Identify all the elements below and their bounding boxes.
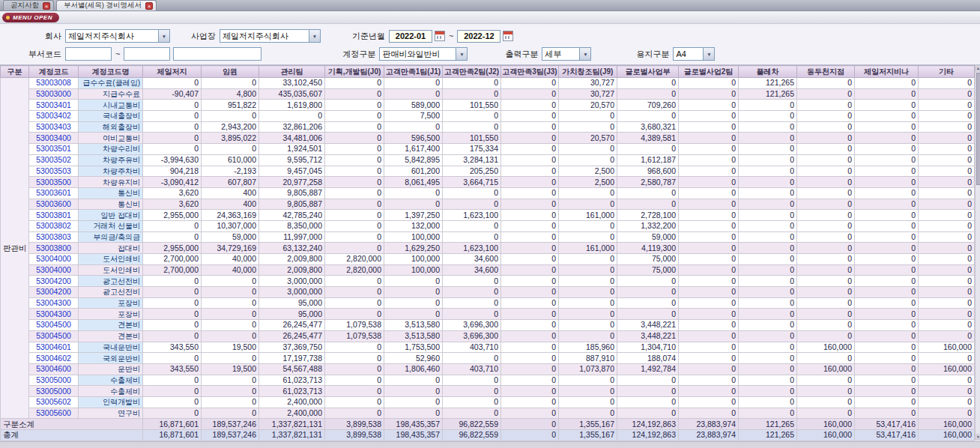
column-header[interactable]: 임원: [202, 66, 259, 78]
column-header[interactable]: 제일저지비나: [855, 66, 919, 78]
table-row[interactable]: 53003403해외출장비02,943,20032,861,206000003,…: [1, 121, 975, 133]
amount-cell: 0: [501, 264, 559, 276]
close-icon[interactable]: ×: [43, 2, 50, 10]
dept-code-from-input[interactable]: [65, 47, 112, 61]
table-row[interactable]: 53004300포장비0095,00000000000000: [1, 297, 975, 309]
table-row[interactable]: 53003503차량주차비904,218-2,1939,457,0450601,…: [1, 166, 975, 177]
chevron-down-icon[interactable]: ▼: [456, 48, 467, 60]
table-row[interactable]: 53003502차량주유비-3,994,630610,0009,595,7120…: [1, 154, 975, 166]
table-row[interactable]: 53003801일반 접대비2,955,00024,363,16942,785,…: [1, 210, 975, 221]
table-row[interactable]: 53004200광고선전비003,000,00000000000000: [1, 276, 975, 287]
amount-cell: 121,265: [739, 78, 797, 89]
table-row[interactable]: 53004602국외운반비0017,197,738052,96000887,91…: [1, 353, 975, 364]
column-header[interactable]: 계정코드: [29, 66, 79, 78]
column-header[interactable]: 구분: [1, 66, 29, 78]
calendar-icon[interactable]: [435, 31, 445, 41]
table-row[interactable]: 53005600연구비002,400,00000000000000: [1, 408, 975, 419]
table-row[interactable]: 53005602인력개발비002,400,00000000000000: [1, 396, 975, 408]
amount-cell: 2,400,000: [259, 408, 325, 419]
table-row[interactable]: 53003601통신비3,6204009,805,88700000000000: [1, 187, 975, 199]
dept-code-to-input[interactable]: [124, 47, 170, 61]
table-row[interactable]: 53003402국내출장비00007,500000000000: [1, 111, 975, 122]
amount-cell: 1,355,167: [559, 430, 617, 441]
chevron-down-icon[interactable]: ▼: [158, 30, 169, 42]
column-header[interactable]: 기타: [919, 66, 975, 78]
account-name: 거래처 선물비: [79, 220, 143, 231]
paper-type-select[interactable]: A4 ▼: [673, 47, 715, 61]
column-header[interactable]: 제일저지: [143, 66, 202, 78]
column-header[interactable]: 글로벌사업2팀: [679, 66, 739, 78]
amount-cell: 121,265: [739, 88, 797, 100]
column-header[interactable]: 기획,개발팀(J0): [325, 66, 384, 78]
horizontal-scrollbar[interactable]: [0, 441, 980, 448]
column-header[interactable]: 동두천지점: [797, 66, 855, 78]
column-header[interactable]: 관리팀: [259, 66, 325, 78]
chevron-down-icon[interactable]: ▼: [703, 48, 714, 60]
table-row[interactable]: 53004500견본비0026,245,4771,079,5383,513,58…: [1, 330, 975, 342]
account-code: 53003403: [29, 121, 79, 133]
chevron-down-icon[interactable]: ▼: [309, 30, 320, 42]
amount-cell: 0: [739, 320, 797, 331]
account-type-select[interactable]: 판매비와일반비 ▼: [379, 47, 468, 61]
column-header[interactable]: 플레차: [739, 66, 797, 78]
table-row[interactable]: 53004600운반비343,55019,50054,567,48801,806…: [1, 363, 975, 375]
account-code: 53005000: [29, 375, 79, 386]
column-header[interactable]: 가치창조팀(J9): [559, 66, 617, 78]
amount-cell: 3,664,715: [443, 177, 501, 188]
table-row[interactable]: 53005000수출제비0061,023,71300000000000: [1, 386, 975, 397]
table-row[interactable]: 53003803부의금/축의금059,00011,997,0000100,000…: [1, 231, 975, 243]
column-header[interactable]: 고객만족2팀(J2): [443, 66, 501, 78]
amount-cell: 4,389,581: [617, 133, 679, 144]
table-row[interactable]: 53003800접대비2,955,00034,729,16963,132,240…: [1, 243, 975, 254]
amount-cell: 0: [384, 396, 443, 408]
period-to-input[interactable]: [457, 30, 500, 43]
amount-cell: 0: [855, 210, 919, 221]
table-row[interactable]: 판관비53003008급수수료(클레임)0033,102,450000030,7…: [1, 78, 975, 89]
calendar-icon[interactable]: [503, 31, 513, 41]
total-row[interactable]: 총계16,871,601189,537,2461,337,821,1313,89…: [1, 430, 975, 441]
amount-cell: 596,500: [384, 133, 443, 144]
table-row[interactable]: 53003400여비교통비03,895,02234,481,0060596,50…: [1, 133, 975, 144]
column-header[interactable]: 고객만족1팀(J1): [384, 66, 443, 78]
vertical-scrollbar[interactable]: ▲ ▼: [975, 65, 980, 441]
table-row[interactable]: 53005000수출제비0061,023,71300000000000: [1, 375, 975, 386]
table-row[interactable]: 53004300포장비0095,00000000000000: [1, 309, 975, 320]
scroll-down-icon[interactable]: ▼: [976, 434, 980, 441]
workplace-select[interactable]: 제일저지주식회사 ▼: [220, 29, 321, 43]
scrollbar-thumb[interactable]: [976, 73, 980, 185]
chevron-down-icon[interactable]: ▼: [579, 48, 590, 60]
table-row[interactable]: 53003401시내교통비0951,8221,619,8000589,00010…: [1, 100, 975, 111]
column-header[interactable]: 글로벌사업부: [617, 66, 679, 78]
subtotal-row[interactable]: 구분소계16,871,601189,537,2461,337,821,1313,…: [1, 419, 975, 430]
company-select[interactable]: 제일저지주식회사 ▼: [65, 29, 170, 43]
amount-cell: 1,617,400: [384, 144, 443, 155]
table-row[interactable]: 53004000도서인쇄비2,700,00040,0002,009,8002,8…: [1, 254, 975, 265]
table-row[interactable]: 53003000지급수수료-90,4074,800435,035,6070000…: [1, 88, 975, 100]
tab-notice[interactable]: 공지사항 ×: [3, 0, 54, 10]
amount-cell: 0: [325, 287, 384, 298]
amount-cell: 100,000: [384, 254, 443, 265]
table-row[interactable]: 53003600통신비3,6204009,805,88700000000000: [1, 199, 975, 210]
table-row[interactable]: 53004200광고선전비003,000,00000000000000: [1, 287, 975, 298]
table-row[interactable]: 53004000도서인쇄비2,700,00040,0002,009,8002,8…: [1, 264, 975, 276]
output-type-select[interactable]: 세부 ▼: [542, 47, 591, 61]
table-row[interactable]: 53004500견본비0026,245,4771,079,5383,513,58…: [1, 320, 975, 331]
table-row[interactable]: 53003501차량수리비001,924,50101,617,400175,33…: [1, 144, 975, 155]
amount-cell: 30,727: [559, 78, 617, 89]
menu-open-button[interactable]: MENU OPEN: [2, 13, 59, 22]
table-row[interactable]: 53003802거래처 선물비010,307,0008,350,0000132,…: [1, 220, 975, 231]
scroll-up-icon[interactable]: ▲: [976, 65, 980, 72]
close-icon[interactable]: ×: [145, 2, 153, 10]
amount-cell: 0: [384, 88, 443, 100]
table-row[interactable]: 53004601국내운반비343,55019,50037,369,75001,7…: [1, 342, 975, 353]
amount-cell: -2,193: [202, 166, 259, 177]
tab-expense-report[interactable]: 부서별(세목) 경비명세서 ×: [56, 0, 157, 10]
amount-cell: 3,899,538: [325, 430, 384, 441]
column-header[interactable]: 고객만족3팀(J3): [501, 66, 559, 78]
account-name: 국내출장비: [79, 111, 143, 122]
period-from-input[interactable]: [389, 30, 432, 43]
dept-name-input[interactable]: [173, 47, 261, 61]
amount-cell: 0: [501, 231, 559, 243]
column-header[interactable]: 계정코드명: [79, 66, 143, 78]
table-row[interactable]: 53003500차량유지비-3,090,412607,80720,977,258…: [1, 177, 975, 188]
